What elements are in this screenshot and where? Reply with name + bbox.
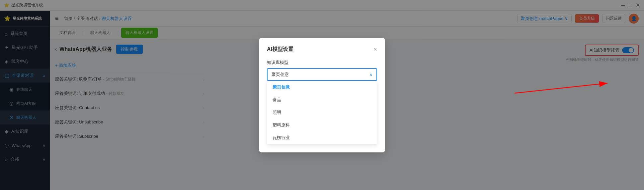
dropdown-item-2[interactable]: 照明 (267, 106, 377, 119)
dropdown-item-3[interactable]: 塑料原料 (267, 119, 377, 131)
red-arrow-annotation (511, 80, 617, 106)
modal: AI模型设置 × 知识库模型 聚页创意 ∧ 聚页创意 食品 照明 塑料原料 瓦楞… (259, 38, 385, 152)
modal-title: AI模型设置 (267, 46, 293, 53)
knowledge-dropdown: 聚页创意 食品 照明 塑料原料 瓦楞行业 (267, 81, 377, 144)
svg-line-1 (515, 83, 607, 93)
dropdown-item-1[interactable]: 食品 (267, 94, 377, 106)
dropdown-item-0[interactable]: 聚页创意 (267, 81, 377, 94)
modal-close-button[interactable]: × (373, 46, 377, 53)
modal-overlay[interactable]: AI模型设置 × 知识库模型 聚页创意 ∧ 聚页创意 食品 照明 塑料原料 瓦楞… (0, 0, 644, 190)
modal-select-value: 聚页创意 (272, 72, 289, 78)
dropdown-item-4[interactable]: 瓦楞行业 (267, 131, 377, 144)
modal-select-arrow-icon: ∧ (369, 72, 372, 77)
modal-select-box[interactable]: 聚页创意 ∧ (267, 68, 377, 81)
modal-header: AI模型设置 × (267, 46, 377, 53)
modal-field-label: 知识库模型 (267, 60, 377, 66)
